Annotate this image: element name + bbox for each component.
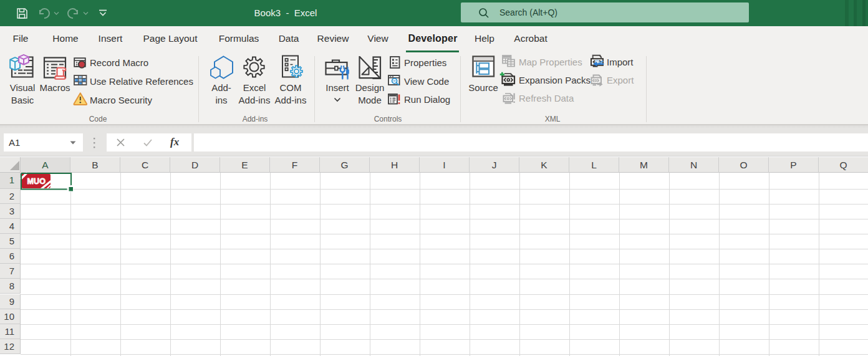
svg-text:MUO: MUO [27, 177, 46, 186]
